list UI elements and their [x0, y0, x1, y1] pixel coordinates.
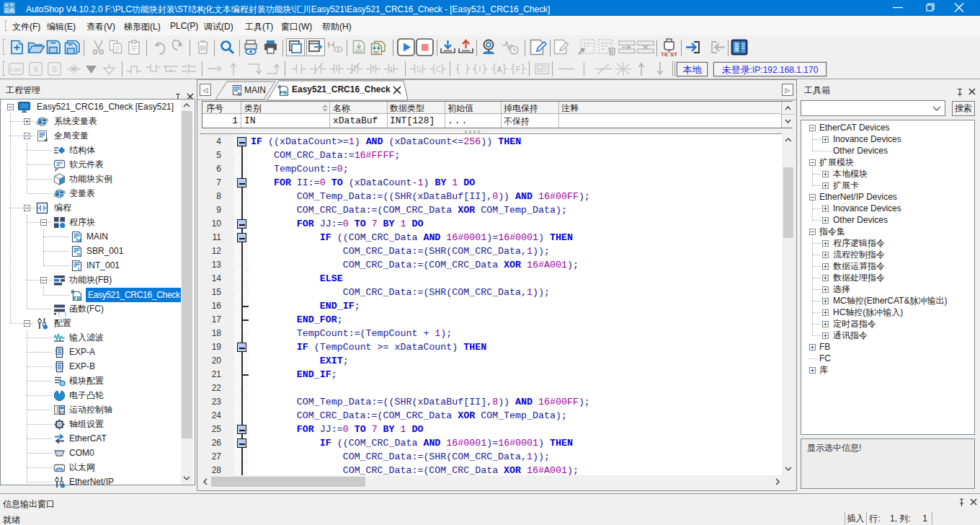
svg-text:ST: ST: [670, 51, 677, 58]
svg-text:S: S: [52, 65, 57, 74]
svg-text:FB: FB: [74, 295, 81, 301]
svg-text:S: S: [416, 66, 422, 74]
svg-text:M: M: [76, 237, 81, 244]
svg-text:TE: TE: [661, 51, 669, 58]
svg-text:A: A: [496, 66, 502, 74]
svg-text:LAD: LAD: [11, 66, 22, 73]
svg-text:FB: FB: [280, 89, 288, 96]
svg-text:C: C: [435, 66, 440, 74]
svg-text:S: S: [33, 64, 38, 74]
svg-text:S: S: [76, 252, 81, 258]
svg-text:F: F: [516, 66, 520, 74]
svg-text:M: M: [238, 92, 242, 97]
svg-text:AUTO: AUTO: [4, 9, 14, 14]
svg-text:I: I: [78, 266, 79, 273]
